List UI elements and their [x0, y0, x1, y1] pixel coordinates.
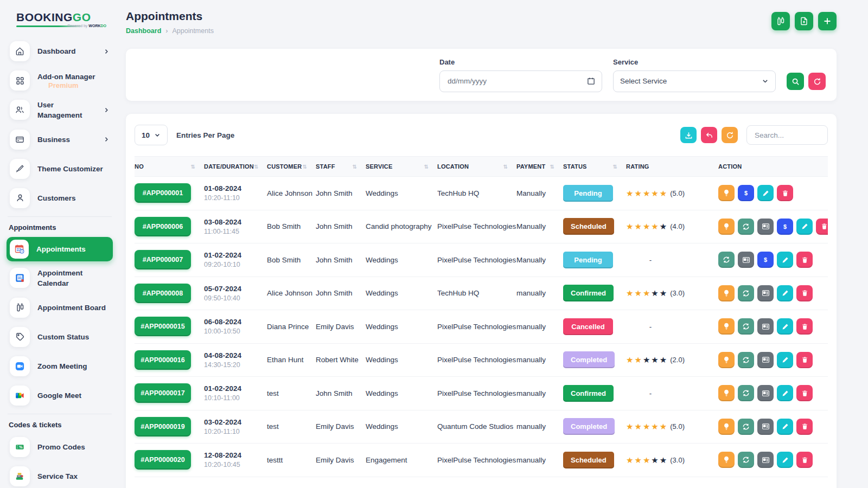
sort-icon[interactable]: ⇅: [424, 164, 429, 170]
delete-button[interactable]: [796, 352, 813, 368]
appointment-no-badge[interactable]: #APP000006: [135, 217, 191, 236]
undo-button[interactable]: [701, 127, 717, 143]
sort-icon[interactable]: ⇅: [302, 164, 307, 170]
sort-icon[interactable]: ⇅: [550, 164, 554, 170]
change-status-button[interactable]: [718, 252, 735, 268]
refresh-button[interactable]: [722, 127, 738, 143]
reminder-bulb-button[interactable]: [718, 385, 735, 401]
delete-button[interactable]: [796, 452, 813, 468]
delete-button[interactable]: [796, 385, 813, 401]
reminder-bulb-button[interactable]: [718, 185, 735, 201]
reminder-bulb-button[interactable]: [718, 452, 735, 468]
entries-per-page-select[interactable]: 10: [135, 125, 168, 145]
download-button[interactable]: [680, 127, 697, 143]
date-filter-control[interactable]: [439, 70, 602, 92]
delete-button[interactable]: [796, 419, 813, 435]
breadcrumb-dashboard-link[interactable]: Dashboard: [126, 27, 161, 35]
sidebar-item-appointment-board[interactable]: Appointment Board: [7, 295, 113, 320]
table-search-box[interactable]: [746, 125, 828, 145]
sidebar-item-user-management[interactable]: User Management: [7, 97, 113, 123]
appointment-no-badge[interactable]: #APP0000016: [135, 350, 191, 370]
calendar-icon[interactable]: [587, 77, 595, 85]
sidebar-item-zoom-meeting[interactable]: Zoom Meeting: [7, 354, 113, 379]
sort-icon[interactable]: ⇅: [612, 164, 617, 170]
edit-button[interactable]: [777, 352, 793, 368]
edit-button[interactable]: [777, 452, 793, 468]
payment-button[interactable]: $: [738, 185, 754, 201]
column-header-service[interactable]: SERVICE⇅: [366, 163, 437, 170]
delete-button[interactable]: [796, 285, 813, 301]
appointment-no-badge[interactable]: #APP000007: [135, 250, 191, 269]
reminder-bulb-button[interactable]: [718, 219, 735, 235]
edit-button[interactable]: [777, 385, 793, 401]
edit-button[interactable]: [796, 219, 813, 235]
sidebar-item-dashboard[interactable]: Dashboard: [7, 38, 113, 64]
appointment-no-badge[interactable]: #APP000008: [135, 284, 191, 303]
sidebar-item-appointment-calendar[interactable]: 31 Appointment Calendar: [7, 265, 113, 291]
payment-button[interactable]: $: [757, 252, 774, 268]
edit-button[interactable]: [777, 285, 793, 301]
add-appointment-button[interactable]: [818, 12, 837, 30]
details-card-button[interactable]: [757, 385, 774, 401]
appointment-no-badge[interactable]: #APP0000019: [135, 417, 191, 436]
appointment-no-badge[interactable]: #APP0000017: [135, 383, 191, 403]
sort-icon[interactable]: ⇅: [254, 164, 259, 170]
edit-button[interactable]: [777, 318, 793, 335]
delete-button[interactable]: [796, 252, 813, 268]
edit-button[interactable]: [777, 252, 793, 268]
reminder-bulb-button[interactable]: [718, 318, 735, 335]
column-header-staff[interactable]: STAFF⇅: [316, 163, 366, 170]
payment-button[interactable]: $: [777, 219, 793, 235]
column-header-payment[interactable]: PAYMENT⇅: [516, 163, 563, 170]
change-status-button[interactable]: [738, 452, 754, 468]
details-card-button[interactable]: [757, 452, 774, 468]
delete-button[interactable]: [816, 219, 828, 235]
change-status-button[interactable]: [738, 419, 754, 435]
change-status-button[interactable]: [738, 352, 754, 368]
edit-button[interactable]: [777, 419, 793, 435]
delete-button[interactable]: [796, 318, 813, 335]
service-select[interactable]: Select Service: [613, 70, 776, 92]
column-header-customer[interactable]: CUSTOMER⇅: [267, 163, 316, 170]
details-card-button[interactable]: [757, 318, 774, 335]
details-card-button[interactable]: [757, 352, 774, 368]
appointment-no-badge[interactable]: #APP0000015: [135, 317, 191, 336]
change-status-button[interactable]: [738, 219, 754, 235]
appointment-no-badge[interactable]: #APP0000020: [135, 450, 191, 470]
sidebar-item-theme-customizer[interactable]: Theme Customizer: [7, 156, 113, 182]
reminder-bulb-button[interactable]: [718, 352, 735, 368]
change-status-button[interactable]: [738, 285, 754, 301]
filter-search-button[interactable]: [787, 73, 804, 90]
table-search-input[interactable]: [754, 131, 821, 140]
change-status-button[interactable]: [738, 318, 754, 335]
reminder-bulb-button[interactable]: [718, 285, 735, 301]
sidebar-item-customers[interactable]: Customers: [7, 185, 113, 211]
filter-reset-button[interactable]: [808, 73, 826, 90]
details-card-button[interactable]: [757, 419, 774, 435]
column-header-location[interactable]: LOCATION⇅: [437, 163, 516, 170]
details-card-button[interactable]: [757, 219, 774, 235]
details-card-button[interactable]: [757, 285, 774, 301]
sort-icon[interactable]: ⇅: [352, 164, 357, 170]
change-status-button[interactable]: [738, 385, 754, 401]
sidebar-item-appointments[interactable]: Appointments: [7, 237, 113, 261]
brand-logo[interactable]: BOOKINGGO Powered by WORKDO: [0, 8, 119, 33]
date-input[interactable]: [446, 76, 587, 86]
sidebar-item-promo-codes[interactable]: % Promo Codes: [7, 434, 113, 460]
details-card-button[interactable]: [738, 252, 754, 268]
sidebar-item-business[interactable]: Business: [7, 127, 113, 152]
column-header-date-duration[interactable]: DATE/DURATION⇅: [204, 163, 267, 170]
reminder-bulb-button[interactable]: [718, 419, 735, 435]
sort-icon[interactable]: ⇅: [190, 164, 195, 170]
sidebar-item-add-on-manager[interactable]: Add-on ManagerPremium: [7, 68, 113, 93]
delete-button[interactable]: [777, 185, 793, 201]
sidebar-item-custom-status[interactable]: Custom Status: [7, 324, 113, 350]
export-file-button[interactable]: [795, 12, 813, 30]
edit-button[interactable]: [757, 185, 774, 201]
appointment-no-badge[interactable]: #APP000001: [135, 183, 191, 203]
sidebar-item-service-tax[interactable]: Service Tax: [7, 464, 113, 488]
sort-icon[interactable]: ⇅: [503, 164, 508, 170]
sidebar-item-google-meet[interactable]: Google Meet: [7, 383, 113, 408]
appointment-board-button[interactable]: [771, 12, 790, 30]
column-header-status[interactable]: STATUS⇅: [563, 163, 626, 170]
